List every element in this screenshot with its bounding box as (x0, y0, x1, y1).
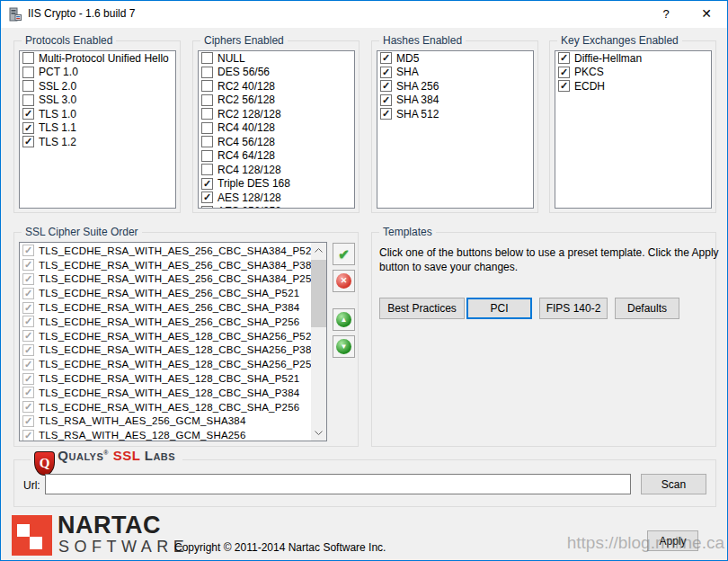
checklist-item[interactable]: ✓TLS 1.2 (20, 135, 175, 149)
checkbox-checked[interactable]: ✓ (22, 122, 34, 134)
checkbox-checked[interactable]: ✓ (558, 52, 570, 64)
checkbox-unchecked[interactable] (22, 94, 34, 106)
checklist-item[interactable]: RC2 40/128 (199, 79, 354, 94)
checkbox-checked[interactable]: ✓ (22, 316, 34, 327)
help-button[interactable]: ? (653, 1, 679, 27)
checklist-item[interactable]: ✓TLS_ECDHE_RSA_WITH_AES_256_CBC_SHA_P256 (20, 315, 326, 329)
checkbox-unchecked[interactable] (201, 150, 213, 162)
close-icon[interactable]: ✕ (691, 1, 722, 27)
checkbox-checked[interactable]: ✓ (22, 245, 34, 256)
checklist-item[interactable]: SSL 3.0 (20, 94, 175, 108)
scan-button[interactable]: Scan (641, 474, 706, 494)
checklist-item[interactable]: ✓SHA (377, 66, 533, 80)
checklist-item[interactable]: RC4 56/128 (199, 135, 354, 149)
checkbox-unchecked[interactable] (201, 80, 213, 92)
checklist-item[interactable]: ✓TLS_ECDHE_RSA_WITH_AES_256_CBC_SHA_P384 (20, 300, 326, 315)
scrollbar[interactable] (311, 243, 326, 441)
checklist-item[interactable]: ✓TLS 1.0 (20, 107, 175, 121)
fips-140-2-button[interactable]: FIPS 140-2 (539, 298, 608, 319)
checklist-item[interactable]: ✓SHA 256 (377, 79, 533, 94)
checklist-item[interactable]: DES 56/56 (199, 66, 354, 80)
checklist-item[interactable]: PCT 1.0 (20, 66, 175, 80)
checkbox-unchecked[interactable] (22, 52, 34, 64)
checklist-item[interactable]: ✓TLS_ECDHE_RSA_WITH_AES_256_CBC_SHA384_P… (20, 272, 326, 287)
checklist-item[interactable]: RC4 64/128 (199, 149, 354, 164)
checkbox-unchecked[interactable] (201, 67, 213, 78)
check-all-button[interactable]: ✔ (333, 243, 355, 265)
checkbox-checked[interactable]: ✓ (201, 178, 213, 190)
checklist-item[interactable]: ✓ECDH (555, 79, 711, 94)
checkbox-checked[interactable]: ✓ (380, 80, 392, 92)
checklist-item[interactable]: ✓SHA 384 (377, 94, 533, 108)
checkbox-unchecked[interactable] (201, 52, 213, 64)
checkbox-unchecked[interactable] (22, 67, 34, 78)
checkbox-unchecked[interactable] (201, 122, 213, 134)
checkbox-checked[interactable]: ✓ (380, 108, 392, 120)
checkbox-unchecked[interactable] (201, 164, 213, 175)
best-practices-button[interactable]: Best Practices (379, 298, 465, 319)
checkbox-checked[interactable]: ✓ (22, 136, 34, 147)
checklist-item[interactable]: ✓Triple DES 168 (199, 177, 354, 191)
checkbox-unchecked[interactable] (22, 80, 34, 92)
checkbox-checked[interactable]: ✓ (558, 67, 570, 78)
checklist-item[interactable]: ✓TLS 1.1 (20, 121, 175, 136)
apply-button[interactable]: Apply (647, 530, 698, 551)
scrollbar-up-icon[interactable] (311, 243, 326, 258)
uncheck-all-button[interactable]: ✕ (333, 270, 355, 292)
checkbox-checked[interactable]: ✓ (22, 401, 34, 413)
checkbox-checked[interactable]: ✓ (22, 330, 34, 342)
checkbox-checked[interactable]: ✓ (22, 108, 34, 120)
checkbox-checked[interactable]: ✓ (558, 80, 570, 92)
checklist-item[interactable]: NULL (199, 51, 354, 66)
checkbox-checked[interactable]: ✓ (22, 288, 34, 299)
checklist-item[interactable]: ✓AES 256/256 (199, 205, 354, 209)
checklist-item[interactable]: SSL 2.0 (20, 79, 175, 94)
scrollbar-thumb[interactable] (311, 260, 326, 327)
checkbox-checked[interactable]: ✓ (380, 52, 392, 64)
pci-button[interactable]: PCI (466, 298, 532, 319)
checklist-item[interactable]: ✓TLS_ECDHE_RSA_WITH_AES_256_CBC_SHA384_P… (20, 258, 326, 272)
checklist-item[interactable]: ✓TLS_ECDHE_RSA_WITH_AES_256_CBC_SHA_P521 (20, 286, 326, 300)
checkbox-checked[interactable]: ✓ (22, 344, 34, 356)
checkbox-checked[interactable]: ✓ (22, 415, 34, 427)
checklist-item[interactable]: ✓TLS_ECDHE_RSA_WITH_AES_256_CBC_SHA384_P… (20, 244, 326, 258)
checkbox-checked[interactable]: ✓ (380, 67, 392, 78)
checkbox-checked[interactable]: ✓ (380, 94, 392, 106)
defaults-button[interactable]: Defaults (615, 298, 679, 319)
ciphers-checklist: NULLDES 56/56RC2 40/128RC2 56/128RC2 128… (198, 50, 355, 209)
checkbox-unchecked[interactable] (201, 94, 213, 106)
checkbox-checked[interactable]: ✓ (22, 359, 34, 370)
checklist-item[interactable]: ✓SHA 512 (377, 107, 533, 121)
checklist-item[interactable]: RC4 128/128 (199, 163, 354, 177)
checkbox-checked[interactable]: ✓ (22, 430, 34, 441)
checklist-item[interactable]: ✓MD5 (377, 51, 533, 66)
checklist-item[interactable]: RC2 56/128 (199, 94, 354, 108)
checkbox-checked[interactable]: ✓ (201, 206, 213, 209)
checklist-item[interactable]: ✓TLS_ECDHE_RSA_WITH_AES_128_CBC_SHA_P384 (20, 386, 326, 400)
checklist-item[interactable]: ✓TLS_ECDHE_RSA_WITH_AES_128_CBC_SHA256_P… (20, 343, 326, 358)
checklist-item[interactable]: RC2 128/128 (199, 107, 354, 121)
move-up-button[interactable]: ▲ (333, 308, 355, 331)
checklist-item[interactable]: ✓Diffie-Hellman (555, 51, 711, 66)
checkbox-unchecked[interactable] (201, 136, 213, 147)
checklist-item[interactable]: ✓TLS_ECDHE_RSA_WITH_AES_128_CBC_SHA_P256 (20, 400, 326, 414)
checklist-item[interactable]: ✓TLS_RSA_WITH_AES_128_GCM_SHA256 (20, 428, 326, 441)
checklist-item[interactable]: ✓AES 128/128 (199, 191, 354, 205)
checklist-item[interactable]: ✓TLS_ECDHE_RSA_WITH_AES_128_CBC_SHA256_P… (20, 357, 326, 371)
checkbox-checked[interactable]: ✓ (22, 373, 34, 385)
checkbox-checked[interactable]: ✓ (201, 191, 213, 203)
scrollbar-down-icon[interactable] (311, 425, 326, 441)
move-down-button[interactable]: ▼ (333, 335, 355, 358)
checkbox-checked[interactable]: ✓ (22, 259, 34, 271)
checkbox-unchecked[interactable] (201, 108, 213, 120)
checklist-item[interactable]: RC4 40/128 (199, 121, 354, 136)
checklist-item[interactable]: ✓TLS_ECDHE_RSA_WITH_AES_128_CBC_SHA_P521 (20, 371, 326, 386)
checklist-item[interactable]: Multi-Protocol Unified Hello (20, 51, 175, 66)
url-input[interactable] (45, 474, 631, 494)
checkbox-checked[interactable]: ✓ (22, 387, 34, 398)
checklist-item[interactable]: ✓TLS_ECDHE_RSA_WITH_AES_128_CBC_SHA256_P… (20, 329, 326, 343)
checkbox-checked[interactable]: ✓ (22, 302, 34, 314)
checklist-item[interactable]: ✓PKCS (555, 66, 711, 80)
checkbox-checked[interactable]: ✓ (22, 273, 34, 285)
checklist-item[interactable]: ✓TLS_RSA_WITH_AES_256_GCM_SHA384 (20, 414, 326, 429)
